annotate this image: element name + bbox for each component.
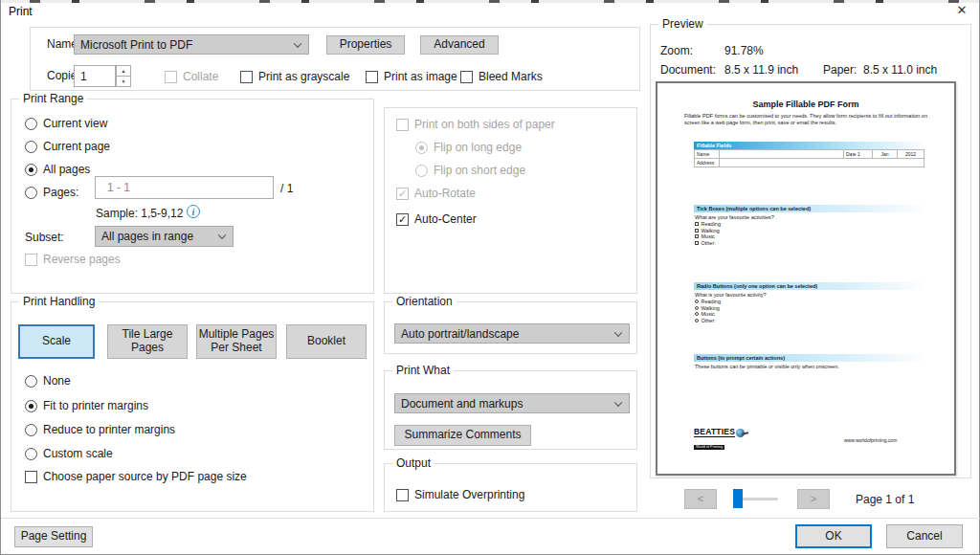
scale-mode-button[interactable]: Scale bbox=[18, 324, 95, 359]
paper-source-label: Choose paper source by PDF page size bbox=[43, 470, 247, 483]
spin-up-icon[interactable]: ▲ bbox=[116, 65, 131, 77]
doc-website: www.worldofprinting.com bbox=[844, 437, 897, 443]
cancel-button[interactable]: Cancel bbox=[886, 524, 963, 548]
bleed-marks-box bbox=[460, 71, 473, 83]
spin-down-icon[interactable]: ▼ bbox=[116, 77, 131, 87]
fit-margins-radio bbox=[25, 400, 37, 412]
doc-radio-icon bbox=[695, 319, 699, 322]
doc-name-field bbox=[720, 150, 844, 159]
document-size-label: Document: bbox=[660, 63, 716, 77]
doc-tick-options: Reading Walking Music Other: bbox=[695, 221, 721, 246]
multiple-pages-button[interactable]: Multiple Pages Per Sheet bbox=[196, 324, 277, 359]
zoom-label: Zoom: bbox=[660, 44, 693, 57]
page-slider-thumb[interactable] bbox=[733, 489, 743, 508]
properties-button[interactable]: Properties bbox=[326, 35, 405, 55]
chevron-down-icon bbox=[294, 39, 301, 47]
duplex-groupbox: Print on both sides of paper Flip on lon… bbox=[384, 107, 637, 294]
pages-total: / 1 bbox=[280, 182, 293, 195]
doc-radio-opt: Music bbox=[702, 311, 715, 317]
advanced-button[interactable]: Advanced bbox=[420, 35, 499, 55]
auto-center-box: ✓ bbox=[396, 213, 409, 226]
simulate-overprinting-label: Simulate Overprinting bbox=[414, 488, 524, 501]
page-preview: Sample Fillable PDF Form Fillable PDF fo… bbox=[656, 81, 956, 476]
collate-checkbox: Collate bbox=[165, 70, 218, 83]
custom-scale-label: Custom scale bbox=[43, 447, 113, 460]
print-handling-groupbox: Print Handling Scale Tile Large Pages Mu… bbox=[11, 301, 374, 512]
all-pages-label: All pages bbox=[43, 163, 90, 176]
print-as-image-checkbox[interactable]: Print as image bbox=[366, 70, 457, 83]
simulate-overprinting-checkbox[interactable]: Simulate Overprinting bbox=[396, 488, 524, 501]
pages-input[interactable]: 1 - 1 bbox=[95, 176, 274, 199]
fit-margins-label: Fit to printer margins bbox=[43, 399, 148, 412]
print-what-groupbox: Print What Document and markups Summariz… bbox=[384, 370, 637, 450]
close-icon[interactable]: ✕ bbox=[954, 3, 969, 18]
chevron-down-icon bbox=[614, 328, 622, 336]
grayscale-box bbox=[240, 71, 253, 83]
paper-source-checkbox[interactable]: Choose paper source by PDF page size bbox=[25, 470, 247, 483]
radio-pages[interactable]: Pages: bbox=[25, 186, 78, 199]
pages-sample: Sample: 1,5-9,12 bbox=[96, 207, 183, 220]
simulate-overprinting-box bbox=[396, 489, 409, 501]
doc-logo-tagline: World of Printing bbox=[694, 445, 724, 450]
doc-buttons-header: Buttons (to prompt certain actions) bbox=[694, 354, 924, 362]
prev-page-button[interactable]: < bbox=[684, 489, 717, 509]
radio-current-view[interactable]: Current view bbox=[25, 117, 107, 130]
doc-radio-opt: Walking bbox=[702, 305, 720, 311]
fit-margins-radio-row[interactable]: Fit to printer margins bbox=[25, 399, 148, 412]
printer-groupbox: Name: Microsoft Print to PDF Properties … bbox=[30, 27, 640, 91]
printer-name-select[interactable]: Microsoft Print to PDF bbox=[74, 34, 309, 55]
subset-label: Subset: bbox=[25, 231, 64, 244]
paper-size-label: Paper: bbox=[823, 63, 857, 77]
print-what-select[interactable]: Document and markups bbox=[394, 393, 630, 413]
radio-current-page[interactable]: Current page bbox=[25, 140, 110, 153]
doc-tick-question: What are your favourite activities? bbox=[695, 214, 774, 220]
bleed-marks-label: Bleed Marks bbox=[479, 70, 543, 83]
orientation-title: Orientation bbox=[392, 295, 457, 308]
all-pages-radio bbox=[25, 164, 37, 176]
doc-radio-question: What is your favourite activity? bbox=[695, 292, 767, 298]
printer-name-value: Microsoft Print to PDF bbox=[80, 38, 192, 52]
both-sides-box bbox=[396, 119, 409, 131]
flip-short-radio-row: Flip on short edge bbox=[415, 164, 525, 177]
print-dialog: Print ✕ Name: Microsoft Print to PDF Pro… bbox=[0, 0, 980, 555]
flip-short-label: Flip on short edge bbox=[434, 164, 525, 177]
grayscale-checkbox[interactable]: Print as grayscale bbox=[240, 70, 349, 83]
orientation-value: Auto portrait/landscape bbox=[401, 327, 519, 341]
doc-name-label: Name bbox=[695, 150, 720, 159]
doc-tick-boxes-header: Tick Boxes (multiple options can be sele… bbox=[694, 205, 924, 212]
page-setting-button[interactable]: Page Setting bbox=[14, 526, 93, 547]
auto-center-checkbox[interactable]: ✓ Auto-Center bbox=[396, 212, 477, 226]
doc-address-field bbox=[720, 159, 924, 167]
next-page-button[interactable]: > bbox=[797, 489, 830, 509]
reduce-margins-radio bbox=[25, 424, 37, 436]
doc-intro: Fillable PDF forms can be customised to … bbox=[684, 113, 927, 126]
copies-stepper: ▲ ▼ bbox=[116, 65, 131, 87]
orientation-select[interactable]: Auto portrait/landscape bbox=[394, 323, 630, 344]
reverse-pages-checkbox: Reverse pages bbox=[25, 253, 121, 266]
paper-size-value: 8.5 x 11.0 inch bbox=[863, 63, 937, 77]
custom-scale-radio-row[interactable]: Custom scale bbox=[25, 447, 113, 460]
bleed-marks-checkbox[interactable]: Bleed Marks bbox=[460, 70, 543, 83]
doc-title: Sample Fillable PDF Form bbox=[657, 100, 954, 109]
subset-select[interactable]: All pages in range bbox=[95, 226, 234, 247]
print-range-title: Print Range bbox=[19, 92, 87, 105]
flip-long-radio bbox=[415, 142, 428, 154]
ok-button[interactable]: OK bbox=[795, 524, 872, 548]
doc-checkbox-icon bbox=[695, 229, 699, 233]
doc-tick-opt: Music bbox=[702, 233, 715, 239]
tile-large-pages-button[interactable]: Tile Large Pages bbox=[107, 324, 188, 359]
doc-radio-icon bbox=[695, 312, 699, 316]
radio-all-pages[interactable]: All pages bbox=[25, 163, 90, 176]
summarize-comments-button[interactable]: Summarize Comments bbox=[394, 425, 531, 446]
flip-long-radio-row: Flip on long edge bbox=[415, 141, 522, 154]
info-icon[interactable]: i bbox=[187, 205, 200, 218]
booklet-button[interactable]: Booklet bbox=[286, 324, 367, 359]
current-view-radio bbox=[25, 118, 37, 130]
current-view-label: Current view bbox=[43, 117, 107, 130]
doc-tick-opt: Walking bbox=[702, 228, 720, 233]
scale-none-radio-row[interactable]: None bbox=[25, 374, 71, 388]
pages-label: Pages: bbox=[43, 186, 78, 199]
reduce-margins-radio-row[interactable]: Reduce to printer margins bbox=[25, 423, 175, 436]
copies-input[interactable]: 1 bbox=[74, 65, 116, 87]
paper-source-box bbox=[25, 471, 37, 483]
